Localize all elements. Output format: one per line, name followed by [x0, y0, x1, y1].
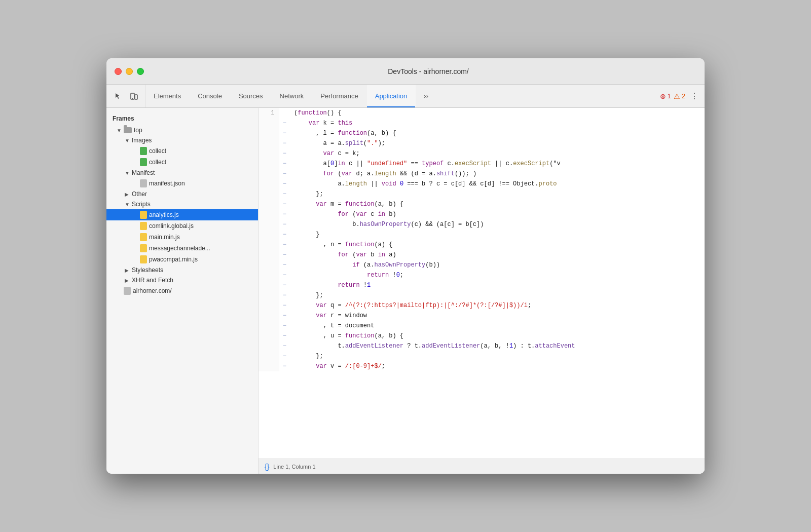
spacer	[133, 257, 140, 262]
folder-icon	[124, 127, 132, 133]
error-count[interactable]: ⊗ 1	[660, 92, 671, 100]
arrow-down-icon: ▼	[125, 138, 132, 143]
sidebar-item-comlink[interactable]: comlink.global.js	[106, 220, 258, 232]
line-number	[259, 199, 279, 209]
breakpoint-marker[interactable]: −	[279, 159, 290, 169]
code-line: return !1	[290, 280, 705, 290]
main-content: Frames ▼ top ▼ Images collect	[106, 108, 705, 474]
breakpoint-marker[interactable]: −	[279, 219, 290, 230]
table-row: − for (var d; a.length && (d = a.shift()…	[259, 169, 705, 179]
table-row: − , l = function(a, b) {	[259, 128, 705, 138]
breakpoint-marker[interactable]: −	[279, 321, 290, 331]
breakpoint-marker[interactable]: −	[279, 199, 290, 209]
sidebar-item-top[interactable]: ▼ top	[106, 125, 258, 135]
table-row: − }	[259, 230, 705, 240]
format-icon[interactable]: {}	[265, 463, 269, 471]
tab-performance[interactable]: Performance	[312, 85, 366, 107]
table-row: − };	[259, 290, 705, 300]
sidebar-item-other[interactable]: ▶ Other	[106, 189, 258, 199]
breakpoint-marker[interactable]: −	[279, 341, 290, 351]
table-row: − for (var b in a)	[259, 250, 705, 260]
breakpoint-marker[interactable]	[279, 108, 290, 118]
sidebar-item-scripts[interactable]: ▼ Scripts	[106, 199, 258, 209]
line-number	[259, 189, 279, 199]
code-line: t.addEventListener ? t.addEventListener(…	[290, 341, 705, 351]
tab-console[interactable]: Console	[190, 85, 231, 107]
sidebar-item-manifest[interactable]: ▼ Manifest	[106, 168, 258, 178]
minimize-button[interactable]	[126, 68, 133, 75]
breakpoint-marker[interactable]: −	[279, 179, 290, 189]
table-row: − var m = function(a, b) {	[259, 199, 705, 209]
breakpoint-marker[interactable]: −	[279, 270, 290, 280]
sidebar-item-stylesheets[interactable]: ▶ Stylesheets	[106, 265, 258, 275]
table-row: − };	[259, 351, 705, 361]
sidebar-item-main-min[interactable]: main.min.js	[106, 232, 258, 243]
breakpoint-marker[interactable]: −	[279, 118, 290, 128]
breakpoint-marker[interactable]: −	[279, 351, 290, 361]
code-line: (function() {	[290, 108, 705, 118]
sidebar-item-manifest-json[interactable]: manifest.json	[106, 178, 258, 189]
code-line: }	[290, 230, 705, 240]
code-content[interactable]: 1(function() {− var k = this− , l = func…	[259, 108, 705, 459]
line-number	[259, 270, 279, 280]
breakpoint-marker[interactable]: −	[279, 361, 290, 371]
breakpoint-marker[interactable]: −	[279, 250, 290, 260]
breakpoint-marker[interactable]: −	[279, 169, 290, 179]
table-row: − t.addEventListener ? t.addEventListene…	[259, 341, 705, 351]
breakpoint-marker[interactable]: −	[279, 189, 290, 199]
device-icon[interactable]	[127, 89, 141, 103]
breakpoint-marker[interactable]: −	[279, 138, 290, 148]
code-line: };	[290, 290, 705, 300]
line-number	[259, 351, 279, 361]
breakpoint-marker[interactable]: −	[279, 280, 290, 290]
close-button[interactable]	[115, 68, 122, 75]
code-line: a[0]in c || "undefined" == typeof c.exec…	[290, 159, 705, 169]
line-number	[259, 159, 279, 169]
breakpoint-marker[interactable]: −	[279, 290, 290, 300]
breakpoint-marker[interactable]: −	[279, 209, 290, 219]
sidebar-item-xhr[interactable]: ▶ XHR and Fetch	[106, 275, 258, 285]
sidebar-item-pwacompat[interactable]: pwacompat.min.js	[106, 254, 258, 265]
sidebar-item-messagechannel[interactable]: messagechannelade...	[106, 243, 258, 254]
inspect-icon[interactable]	[110, 89, 125, 103]
line-number	[259, 169, 279, 179]
table-row: − , t = document	[259, 321, 705, 331]
spacer	[133, 212, 140, 218]
breakpoint-marker[interactable]: −	[279, 148, 290, 159]
warning-count[interactable]: ⚠ 2	[674, 92, 685, 100]
sidebar: Frames ▼ top ▼ Images collect	[106, 108, 259, 474]
breakpoint-marker[interactable]: −	[279, 300, 290, 311]
sidebar-item-collect2[interactable]: collect	[106, 157, 258, 168]
sidebar-item-analytics[interactable]: analytics.js	[106, 209, 258, 220]
tab-sources[interactable]: Sources	[231, 85, 272, 107]
table-row: 1(function() {	[259, 108, 705, 118]
breakpoint-marker[interactable]: −	[279, 260, 290, 270]
line-number	[259, 311, 279, 321]
line-number	[259, 209, 279, 219]
js-file-icon	[140, 255, 147, 263]
line-number	[259, 148, 279, 159]
more-options-button[interactable]: ⋮	[688, 89, 701, 103]
breakpoint-marker[interactable]: −	[279, 230, 290, 240]
breakpoint-marker[interactable]: −	[279, 311, 290, 321]
tab-elements[interactable]: Elements	[145, 85, 190, 107]
code-line: var r = window	[290, 311, 705, 321]
sidebar-item-images[interactable]: ▼ Images	[106, 135, 258, 145]
breakpoint-marker[interactable]: −	[279, 240, 290, 250]
tab-network[interactable]: Network	[272, 85, 313, 107]
json-file-icon	[140, 179, 147, 187]
tab-application[interactable]: Application	[367, 85, 416, 107]
maximize-button[interactable]	[137, 68, 144, 75]
code-line: , t = document	[290, 321, 705, 331]
toolbar-left	[106, 85, 145, 107]
sidebar-item-collect1[interactable]: collect	[106, 145, 258, 157]
code-line: var c = k;	[290, 148, 705, 159]
svg-rect-1	[135, 95, 137, 99]
arrow-down-icon: ▼	[125, 170, 132, 176]
breakpoint-marker[interactable]: −	[279, 331, 290, 341]
arrow-right-icon: ▶	[125, 192, 132, 197]
breakpoint-marker[interactable]: −	[279, 128, 290, 138]
sidebar-item-airhorner[interactable]: airhorner.com/	[106, 285, 258, 296]
line-number	[259, 331, 279, 341]
tab-more[interactable]: ››	[416, 85, 437, 107]
